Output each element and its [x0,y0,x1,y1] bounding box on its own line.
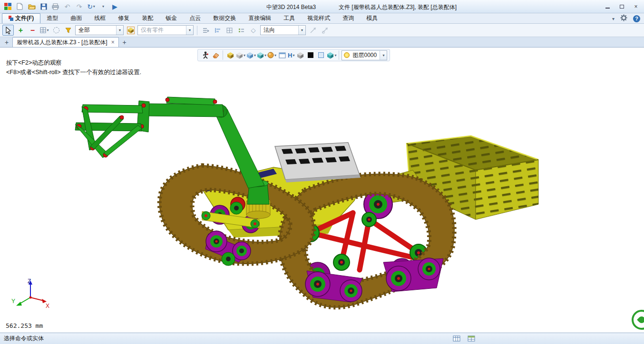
tab-mold[interactable]: 模具 [360,13,384,23]
teal-cube-dropdown[interactable]: ▾ [327,52,336,59]
align-left-button[interactable] [213,25,223,35]
axis-x-label: X [46,303,49,309]
remove-selection-button[interactable]: − [28,25,38,35]
minimize-button[interactable] [602,2,613,10]
ribbon-tab-bar: 文件(F) 造型 曲面 线框 修复 装配 钣金 点云 数据交换 直接编辑 工具 … [0,13,644,24]
help-icon[interactable]: ? [633,15,640,22]
layer-lightbulb-icon [344,52,350,58]
document-tab-bar: + 履带机器人总装配体.Z3 - [总装配体] × + [0,37,644,48]
dynamic-observe-icon[interactable] [200,50,210,60]
window-controls: × [602,2,641,10]
add-tab-button[interactable]: + [120,38,129,47]
ribbon-right-controls: ▾ ? [612,14,640,23]
tab-file[interactable]: 文件(F) [2,13,40,23]
3d-viewport[interactable]: 按下<F2>动态的观察 <F8>或者<Shift-roll> 查找下一个有效的过… [0,48,644,333]
entity-filter-dropdown-arrow[interactable]: ▾ [116,26,123,35]
titlebar: ↶ ↷ ↻▾ ▾ ▶ 中望3D 2014 Beta3 文件 [履带机器人总装配体… [0,0,644,13]
statusbar-message: 选择命令或实体 [4,334,44,343]
section-view-dropdown[interactable]: H ▾ [288,52,294,59]
entity-filter-combobox[interactable]: 全部 ▾ [75,25,124,35]
print-icon[interactable] [50,1,60,11]
background-black-icon[interactable] [306,50,315,60]
selection-table-button[interactable]: ▾ [39,25,49,35]
app-logo-icon[interactable] [3,1,13,11]
new-file-icon[interactable] [15,1,25,11]
settings-gear-icon[interactable] [620,14,627,23]
undo-icon[interactable]: ↶ [62,1,72,11]
coordinate-readout: 562.253 mm [6,322,43,329]
quick-access-toolbar: ↶ ↷ ↻▾ ▾ ▶ [3,1,120,11]
view-toolbar: ▾ ▾ ▾ ▾ H ▾ ▾ [197,49,390,61]
background-light-icon[interactable] [316,50,326,60]
lasso-select-button[interactable] [51,25,61,35]
new-document-button[interactable]: + [2,38,11,47]
render-style-sphere-dropdown[interactable]: ▾ [267,52,276,58]
select-tool-button[interactable] [2,25,14,36]
gray-cube-icon[interactable] [295,50,305,60]
maximize-button[interactable] [616,2,627,10]
viewport-hint-2: <F8>或者<Shift-roll> 查找下一个有效的过滤器设置. [6,68,141,76]
statusbar: 选择命令或实体 [0,333,644,344]
normal-filter-combobox[interactable]: 法向 ▾ [260,25,306,35]
filter-toolbar: + − ▾ 全部 ▾ 仅有零件 ▾ ◇ 法向 ▾ [0,24,644,37]
layer-combobox[interactable]: 图层0000 ▾ [342,50,387,60]
tab-pointcloud[interactable]: 点云 [183,13,207,23]
add-selection-button[interactable]: + [16,25,26,35]
display-mode-dropdown[interactable]: ▾ [236,52,245,59]
file-tab-icon [9,16,13,21]
document-tab-active[interactable]: 履带机器人总装配体.Z3 - [总装配体] × [12,37,119,47]
colored-cube-icon [127,27,135,34]
pick-normal-button[interactable] [308,25,318,35]
tab-directedit[interactable]: 直接编辑 [242,13,277,23]
filter-picker-button[interactable] [63,25,73,35]
part-filter-dropdown-arrow[interactable]: ▾ [186,26,193,35]
wireframe-mode-dropdown[interactable]: ▾ [246,52,256,59]
document-tab-title: 履带机器人总装配体.Z3 - [总装配体] [17,38,107,47]
open-file-icon[interactable] [27,1,37,11]
tab-shape[interactable]: 造型 [40,13,64,23]
refresh-icon[interactable]: ↻▾ [86,1,96,11]
axis-diamond-button[interactable]: ◇ [248,25,258,35]
list-restore-button[interactable] [201,25,211,35]
axis-z-label: Z [28,278,31,285]
document-info: 文件 [履带机器人总装配体.Z3], 装配 [总装配体] [339,3,457,11]
part-filter-combobox[interactable]: 仅有零件 ▾ [137,25,194,35]
ribbon-collapse-icon[interactable]: ▾ [612,16,615,21]
customize-qat-dropdown[interactable]: ▾ [98,1,108,11]
tab-tools[interactable]: 工具 [277,13,301,23]
tab-wireframe[interactable]: 线框 [88,13,112,23]
align-grid-button[interactable] [224,25,234,35]
play-icon[interactable]: ▶ [110,1,120,11]
axis-y-label: Y [11,298,15,305]
shade-cube-icon[interactable] [225,50,235,60]
filter-icon [65,28,71,33]
tab-visualstyle[interactable]: 视觉样式 [301,13,336,23]
cad-model-tracked-robot[interactable] [0,48,644,333]
erase-blank-icon[interactable] [211,50,220,60]
tab-surface[interactable]: 曲面 [64,13,88,23]
part-filter-icon-button[interactable] [126,25,136,35]
window-view-icon[interactable] [277,50,287,60]
view-orientation-dropdown[interactable]: ▾ [257,52,266,59]
table-grid-icon [40,27,46,33]
cursor-arrow-icon [5,27,11,34]
layer-dropdown-arrow[interactable]: ▾ [380,51,387,60]
table-report-icon[interactable] [468,335,476,344]
align-list-button[interactable] [236,25,246,35]
sheet-grid-icon[interactable] [453,335,461,344]
redo-icon[interactable]: ↷ [74,1,84,11]
close-button[interactable]: × [631,2,641,10]
pick-direction-button[interactable] [320,25,330,35]
refresh-dropdown-arrow[interactable]: ▾ [93,4,95,9]
tab-assembly[interactable]: 装配 [136,13,159,23]
viewport-hint-1: 按下<F2>动态的观察 [6,59,62,67]
tab-dataexchange[interactable]: 数据交换 [207,13,242,23]
normal-filter-dropdown-arrow[interactable]: ▾ [298,26,305,35]
tab-inquire[interactable]: 查询 [336,13,360,23]
tab-sheetmetal[interactable]: 钣金 [159,13,183,23]
document-tab-close-icon[interactable]: × [111,39,115,46]
part-top-platform[interactable] [275,143,361,182]
save-icon[interactable] [39,1,49,11]
tab-repair[interactable]: 修复 [112,13,136,23]
coordinate-triad: Z X Y [11,278,49,311]
